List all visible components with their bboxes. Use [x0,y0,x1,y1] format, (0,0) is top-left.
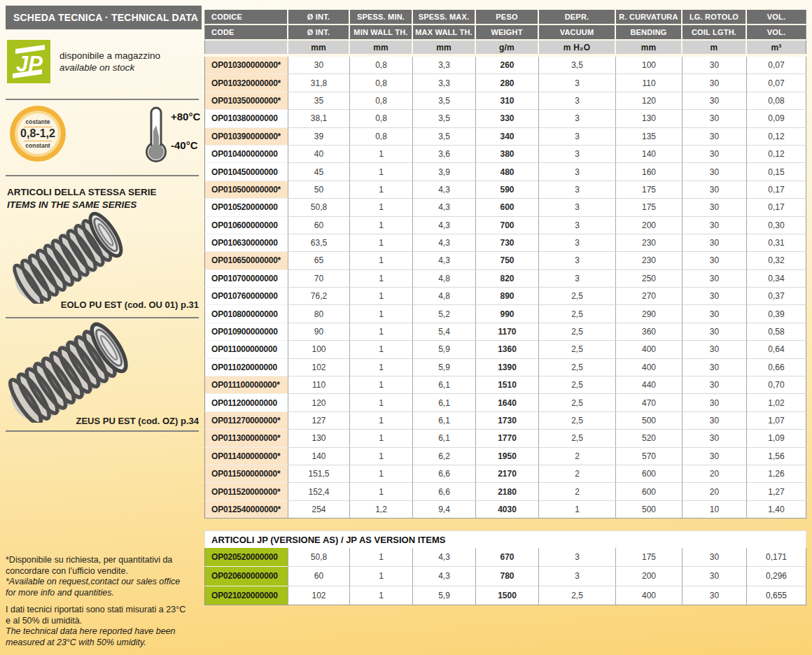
table-row: OP0104000000004013,63803140300,12 [204,146,806,163]
value-cell: 0,31 [747,234,806,252]
value-cell: 1 [350,465,413,483]
value-cell: 76,2 [288,288,350,305]
value-cell: 2,5 [539,323,616,341]
value-cell: 100 [288,341,350,358]
value-cell: 670 [476,548,539,567]
code-cell: OP010450000000 [204,163,288,181]
value-cell: 1 [350,288,413,305]
table-row: OP010650000000*6514,37503230300,32 [204,252,806,269]
code-cell: OP010900000000 [204,323,288,341]
value-cell: 140 [616,146,682,163]
divider [6,430,199,432]
value-cell: 40 [288,146,350,163]
value-cell: 230 [616,234,682,252]
value-cell: 4030 [476,501,539,519]
related-item-caption: EOLO PU EST (cod. OU 01) p.31 [6,300,199,310]
code-cell: OP011000000000 [204,341,288,358]
value-cell: 2,5 [539,305,616,323]
value-cell: 1 [539,501,616,519]
value-cell: 3 [539,181,616,199]
constant-badge: costante 0,8-1,2 constant [10,106,66,162]
value-cell: 30 [682,430,747,447]
table-row: OP01120000000012016,116402,5470301,02 [204,394,806,411]
value-cell: 30 [682,323,747,341]
value-cell: 0,8 [350,74,413,92]
series-title: ARTICOLI DELLA STESSA SERIE ITEMS IN THE… [7,186,157,211]
code-cell: OP010320000000* [204,74,288,92]
as-version-section: ARTICOLI JP (VERSIONE AS) / JP AS VERSIO… [204,530,806,605]
value-cell: 9,4 [413,501,476,519]
value-cell: 590 [476,181,539,199]
code-cell: OP010400000000 [204,146,288,163]
value-cell: 39 [288,128,350,146]
value-cell: 30 [682,394,747,411]
footnotes: *Disponibile su richiesta, per quantitat… [6,555,203,648]
value-cell: 102 [288,359,350,376]
value-cell: 30 [288,57,350,74]
value-cell: 470 [616,394,682,411]
value-cell: 1510 [476,376,539,394]
value-cell: 330 [476,110,539,127]
value-cell: 175 [616,548,682,567]
value-cell: 30 [682,110,747,127]
value-cell: 3,6 [413,146,476,163]
value-cell: 0,655 [747,586,806,605]
table-row: OP01102000000010215,913902,5400300,66 [204,359,806,376]
value-cell: 1 [350,376,413,394]
badge-label-it: costante [26,118,50,125]
code-cell: OP020520000000 [204,548,288,567]
value-cell: 30 [682,234,747,252]
value-cell: 1,27 [747,483,806,500]
code-cell: OP011400000000* [204,448,288,465]
unit-header-cell: m H₂O [539,41,616,54]
value-cell: 30 [682,567,747,586]
value-cell: 400 [616,341,682,358]
value-cell: 254 [288,501,350,519]
main-table: OP010300000000*300,83,32603,5100300,07OP… [204,57,806,519]
value-cell: 30 [682,548,747,567]
table-row: OP011100000000*11016,115102,5440300,70 [204,376,806,394]
value-cell: 160 [616,163,682,181]
table-row: OP011500000000*151,516,621702600201,26 [204,465,806,483]
badge-label-en: constant [25,142,50,149]
value-cell: 3,9 [413,163,476,181]
value-cell: 38,1 [288,110,350,127]
value-cell: 1 [350,394,413,411]
value-cell: 0,09 [747,110,806,127]
value-cell: 1 [350,341,413,358]
value-cell: 63,5 [288,234,350,252]
value-cell: 102 [288,586,350,605]
value-cell: 3 [539,234,616,252]
value-cell: 0,58 [747,323,806,341]
code-cell: OP010300000000* [204,57,288,74]
technical-data-sheet: SCHEDA TECNICA · TECHNICAL DATA JP dispo… [0,0,812,655]
value-cell: 570 [616,448,682,465]
value-cell: 30 [682,341,747,358]
value-cell: 3 [539,548,616,567]
value-cell: 1 [350,483,413,500]
table-row: OP0108000000008015,29902,5290300,39 [204,305,806,323]
code-cell: OP010390000000* [204,128,288,146]
value-cell: 1500 [476,586,539,605]
column-header-cell: COIL LGTH. [682,25,747,41]
value-cell: 120 [616,92,682,110]
code-cell: OP010520000000 [204,199,288,216]
code-cell: OP010700000000 [204,270,288,288]
table-row: OP0107000000007014,88203250300,34 [204,270,806,288]
value-cell: 2170 [476,465,539,483]
table-row: OP010320000000*31,80,83,32803110300,07 [204,74,806,92]
value-cell: 3,5 [413,110,476,127]
value-cell: 30 [682,163,747,181]
value-cell: 1 [350,163,413,181]
value-cell: 60 [288,567,350,586]
value-cell: 820 [476,270,539,288]
value-cell: 400 [616,586,682,605]
value-cell: 1390 [476,359,539,376]
table-row: OP01063000000063,514,37303230300,31 [204,234,806,252]
value-cell: 1,2 [350,501,413,519]
value-cell: 2 [539,465,616,483]
table-row: OP01100000000010015,913602,5400300,64 [204,341,806,358]
value-cell: 1730 [476,412,539,430]
value-cell: 270 [616,288,682,305]
value-cell: 1 [350,548,413,567]
